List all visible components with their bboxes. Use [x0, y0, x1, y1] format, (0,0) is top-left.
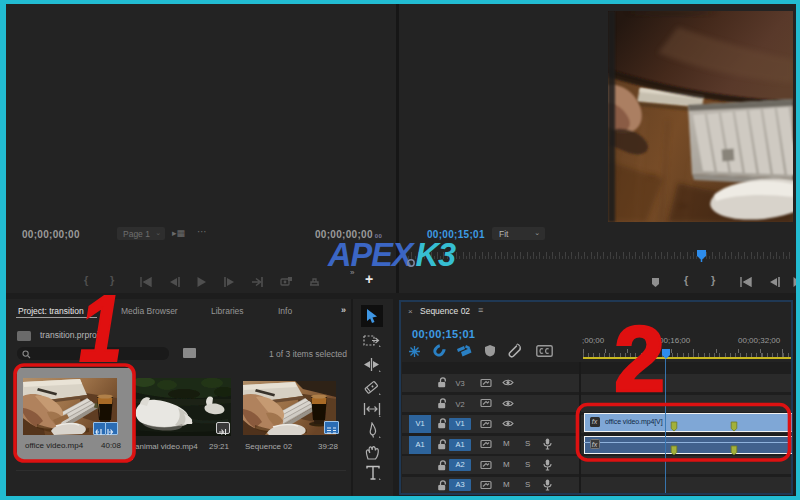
- svg-text:1: 1: [79, 275, 122, 381]
- svg-text:2: 2: [614, 308, 665, 410]
